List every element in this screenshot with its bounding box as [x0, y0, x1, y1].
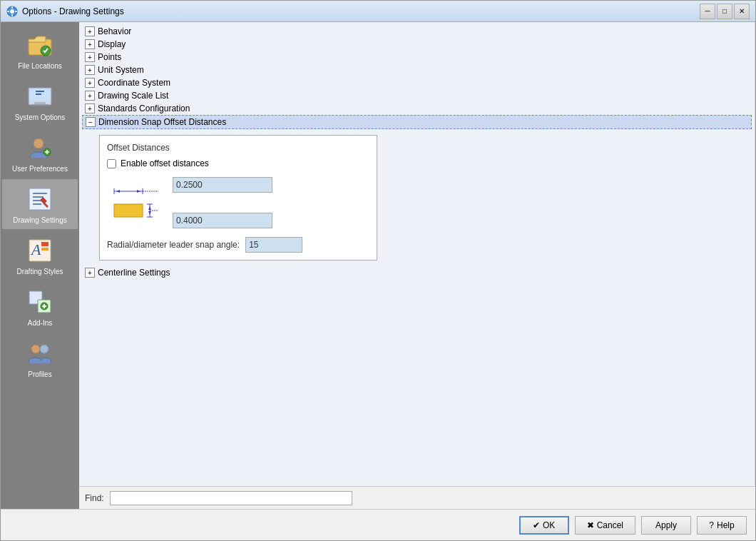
expand-display[interactable]: + [85, 39, 95, 49]
expand-behavior[interactable]: + [85, 26, 95, 36]
close-button[interactable]: ✕ [734, 4, 750, 19]
input-fields [173, 177, 272, 228]
enable-offset-label[interactable]: Enable offset distances [121, 158, 209, 168]
sidebar-item-add-ins[interactable]: Add-Ins [2, 282, 78, 332]
diagram-row [107, 177, 369, 228]
user-preferences-icon [24, 132, 56, 163]
expand-coordinate-system[interactable]: + [85, 78, 95, 88]
snap-angle-row: Radial/diameter leader snap angle: [107, 237, 369, 253]
expand-drawing-scale-list[interactable]: + [85, 91, 95, 101]
tree-item-points[interactable]: + Points [82, 51, 752, 64]
offset-value-2-input[interactable] [173, 213, 272, 228]
sidebar: File Locations System Options [1, 22, 79, 509]
svg-rect-10 [34, 102, 46, 104]
main-content: + Behavior + Display + Points + Unit Sys… [79, 22, 755, 509]
sidebar-item-profiles[interactable]: Profiles [2, 333, 78, 383]
expand-unit-system[interactable]: + [85, 65, 95, 75]
system-options-icon [24, 81, 56, 112]
apply-button[interactable]: Apply [641, 516, 691, 535]
sidebar-item-user-preferences[interactable]: User Preferences [2, 128, 78, 178]
offset-title: Offset Distances [107, 143, 369, 153]
svg-text:A: A [30, 241, 41, 258]
window-title: Options - Drawing Settings [22, 6, 700, 16]
enable-offset-checkbox[interactable] [107, 159, 116, 168]
window-controls: ─ □ ✕ [700, 4, 750, 19]
tree-item-display[interactable]: + Display [82, 38, 752, 51]
sidebar-item-drafting-styles[interactable]: A Drafting Styles [2, 231, 78, 280]
minimize-button[interactable]: ─ [700, 4, 715, 19]
help-label: Help [717, 520, 735, 530]
offset-box: Offset Distances Enable offset distances [99, 135, 377, 261]
tree-item-behavior[interactable]: + Behavior [82, 25, 752, 38]
snap-angle-input[interactable] [245, 237, 302, 253]
svg-marker-45 [148, 211, 151, 215]
expand-centerline-settings[interactable]: + [85, 268, 95, 278]
sidebar-item-drawing-settings[interactable]: Drawing Settings [2, 179, 78, 229]
drawing-settings-label: Drawing Settings [13, 216, 67, 225]
content-area: File Locations System Options [1, 22, 755, 509]
ok-label: OK [543, 520, 555, 530]
dimension-diagram [107, 177, 164, 227]
dimension-snap-content: Offset Distances Enable offset distances [82, 129, 752, 266]
help-icon: ? [709, 520, 714, 530]
svg-rect-13 [36, 93, 41, 95]
svg-rect-12 [36, 91, 44, 92]
svg-marker-40 [137, 190, 141, 193]
sidebar-item-file-locations[interactable]: File Locations [2, 25, 78, 75]
tree-item-dimension-snap[interactable]: − Dimension Snap Offset Distances [82, 115, 752, 129]
cancel-x-icon: ✖ [587, 520, 594, 530]
svg-point-1 [10, 9, 14, 14]
apply-label: Apply [655, 520, 677, 530]
svg-point-34 [40, 345, 48, 353]
tree-item-drawing-scale-list[interactable]: + Drawing Scale List [82, 89, 752, 102]
ok-button[interactable]: ✔ OK [519, 516, 569, 535]
expand-standards-config[interactable]: + [85, 103, 95, 113]
sidebar-item-system-options[interactable]: System Options [2, 76, 78, 126]
svg-rect-26 [41, 242, 48, 246]
svg-rect-35 [114, 204, 143, 217]
svg-marker-39 [116, 190, 120, 193]
find-label: Find: [85, 493, 104, 503]
drafting-styles-label: Drafting Styles [16, 268, 63, 276]
add-ins-icon [24, 286, 56, 318]
help-button[interactable]: ? Help [697, 516, 747, 535]
tree-item-coordinate-system[interactable]: + Coordinate System [82, 76, 752, 89]
svg-marker-44 [148, 206, 151, 210]
maximize-button[interactable]: □ [717, 4, 732, 19]
cancel-button[interactable]: ✖ Cancel [575, 516, 635, 535]
file-locations-icon [24, 29, 56, 61]
enable-checkbox-row: Enable offset distances [107, 158, 369, 168]
main-window: Options - Drawing Settings ─ □ ✕ File Lo… [0, 0, 756, 541]
bottom-bar: ✔ OK ✖ Cancel Apply ? Help [1, 509, 755, 540]
svg-point-14 [34, 138, 44, 148]
system-options-label: System Options [15, 113, 66, 122]
expand-points[interactable]: + [85, 52, 95, 62]
find-bar: Find: [79, 486, 755, 509]
snap-angle-label: Radial/diameter leader snap angle: [107, 240, 240, 250]
tree-item-standards-config[interactable]: + Standards Configuration [82, 102, 752, 115]
file-locations-label: File Locations [18, 62, 62, 71]
cancel-label: Cancel [597, 520, 623, 530]
tree-panel: + Behavior + Display + Points + Unit Sys… [79, 22, 755, 486]
expand-dimension-snap[interactable]: − [86, 117, 96, 127]
svg-rect-27 [41, 248, 48, 251]
svg-point-33 [31, 345, 40, 353]
tree-item-unit-system[interactable]: + Unit System [82, 64, 752, 76]
title-bar: Options - Drawing Settings ─ □ ✕ [1, 1, 755, 22]
profiles-label: Profiles [28, 370, 51, 379]
add-ins-label: Add-Ins [28, 319, 52, 328]
svg-rect-11 [31, 104, 48, 106]
profiles-icon [24, 338, 56, 369]
find-input[interactable] [110, 491, 352, 505]
app-icon [6, 6, 18, 17]
drawing-settings-icon [24, 183, 56, 215]
tree-item-centerline-settings[interactable]: + Centerline Settings [82, 266, 752, 279]
drafting-styles-icon: A [24, 235, 56, 266]
user-preferences-label: User Preferences [12, 165, 68, 173]
ok-checkmark-icon: ✔ [533, 520, 540, 530]
offset-value-1-input[interactable] [173, 177, 272, 193]
